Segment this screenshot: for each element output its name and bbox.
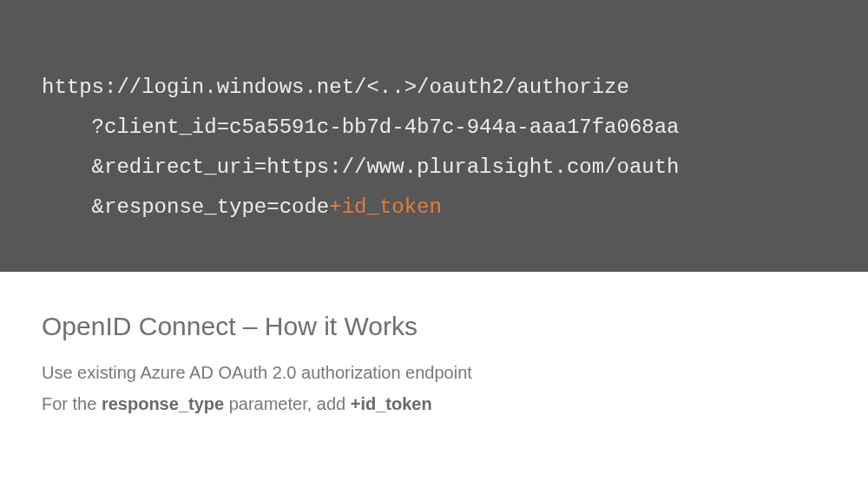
sub2-bold-response-type: response_type <box>102 394 224 413</box>
sub2-text-a: For the <box>42 394 102 413</box>
code-block: https://login.windows.net/<..>/oauth2/au… <box>42 68 868 228</box>
sub2-text-b: parameter, add <box>224 394 351 413</box>
code-line-2: ?client_id=c5a5591c-bb7d-4b7c-944a-aaa17… <box>42 115 680 139</box>
code-line-4-highlight: +id_token <box>329 195 442 219</box>
slide-subtitle-2: For the response_type parameter, add +id… <box>42 388 868 419</box>
code-panel: https://login.windows.net/<..>/oauth2/au… <box>0 0 868 272</box>
code-line-1: https://login.windows.net/<..>/oauth2/au… <box>42 76 629 99</box>
sub2-bold-id-token: +id_token <box>351 394 432 413</box>
slide-subtitle-1: Use existing Azure AD OAuth 2.0 authoriz… <box>42 357 868 388</box>
code-line-4-prefix: &response_type=code <box>42 195 329 219</box>
description-panel: OpenID Connect – How it Works Use existi… <box>0 272 868 419</box>
code-line-3: &redirect_uri=https://www.pluralsight.co… <box>42 155 680 179</box>
slide-title: OpenID Connect – How it Works <box>42 312 868 341</box>
